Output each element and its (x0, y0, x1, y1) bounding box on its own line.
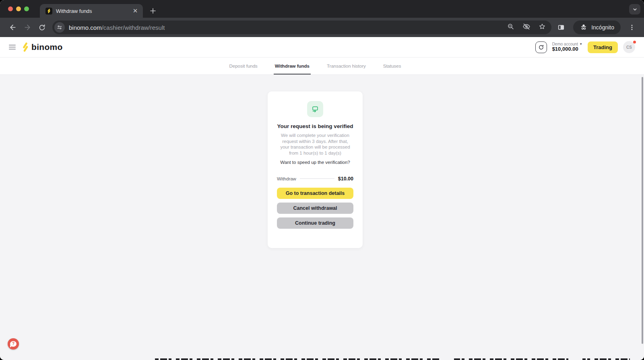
withdrawal-result-card: Your request is being verified We will c… (268, 91, 363, 248)
refresh-balance-button[interactable] (535, 41, 547, 53)
help-bubble-icon: ? (10, 341, 17, 347)
avatar[interactable]: CS (623, 41, 635, 53)
tab-strip: Withdraw funds ✕ (0, 0, 644, 18)
url-domain: binomo.com (69, 24, 102, 31)
trading-button[interactable]: Trading (588, 41, 618, 53)
speed-up-verification-link[interactable]: Want to speed up the verification? (280, 160, 350, 165)
side-panel-icon[interactable] (555, 22, 567, 33)
withdraw-summary-row: Withdraw $10.00 (277, 176, 353, 182)
address-bar[interactable]: binomo.com/cashier/withdraw/result (52, 21, 551, 34)
incognito-icon (580, 23, 588, 32)
tab-list-chevron-button[interactable] (629, 4, 640, 14)
page-content: Your request is being verified We will c… (0, 75, 644, 360)
chevron-down-icon: ▼ (579, 42, 582, 46)
binomo-logo[interactable]: binomo (21, 42, 63, 52)
bookmark-star-icon[interactable] (539, 23, 546, 32)
site-header: binomo Demo account▼ $10,000.00 Trading … (0, 37, 644, 57)
incognito-badge[interactable]: Incógnito (573, 21, 621, 34)
card-title: Your request is being verified (277, 123, 353, 129)
browser-window: Withdraw funds ✕ binomo.com/cashier/with… (0, 0, 644, 360)
browser-toolbar: binomo.com/cashier/withdraw/result Incóg… (0, 18, 644, 37)
new-tab-button[interactable] (148, 6, 158, 16)
help-button[interactable]: ? (8, 338, 19, 350)
menu-hamburger-icon[interactable] (9, 45, 16, 50)
scrollbar-thumb[interactable] (642, 77, 643, 344)
tab-statuses[interactable]: Statuses (382, 57, 402, 74)
card-description: We will complete your verification reque… (278, 132, 353, 156)
summary-divider (300, 178, 334, 179)
browser-tab[interactable]: Withdraw funds ✕ (40, 4, 143, 18)
avatar-initials: CS (626, 45, 632, 50)
tab-transaction-history[interactable]: Transaction history (326, 57, 367, 74)
summary-label: Withdraw (277, 176, 296, 181)
zoom-icon[interactable] (507, 23, 514, 32)
forward-icon[interactable] (22, 22, 33, 33)
browser-menu-icon[interactable] (626, 22, 638, 33)
close-tab-icon[interactable]: ✕ (132, 7, 139, 14)
url-text: binomo.com/cashier/withdraw/result (69, 24, 507, 31)
back-icon[interactable] (7, 22, 19, 33)
url-path: /cashier/withdraw/result (102, 24, 165, 31)
brand-name: binomo (31, 42, 63, 52)
cancel-withdrawal-button[interactable]: Cancel withdrawal (277, 203, 353, 214)
clipped-offscreen-text (155, 358, 630, 360)
window-controls (8, 6, 29, 11)
binomo-bolt-icon (21, 42, 30, 52)
notification-dot (633, 41, 636, 43)
continue-trading-button[interactable]: Continue trading (277, 217, 353, 229)
close-window-button[interactable] (8, 6, 13, 11)
card-withdraw-icon (307, 101, 323, 117)
cashier-nav: Deposit funds Withdraw funds Transaction… (0, 57, 644, 75)
eye-off-icon[interactable] (522, 23, 530, 32)
account-balance: $10,000.00 (552, 46, 582, 52)
fullscreen-window-button[interactable] (24, 6, 29, 11)
tab-title: Withdraw funds (56, 8, 132, 14)
tab-deposit-funds[interactable]: Deposit funds (228, 57, 259, 74)
site-settings-icon[interactable] (54, 22, 65, 33)
minimize-window-button[interactable] (16, 6, 21, 11)
binomo-favicon-icon (45, 8, 52, 14)
account-selector[interactable]: Demo account▼ $10,000.00 (552, 42, 582, 52)
incognito-label: Incógnito (591, 24, 614, 31)
go-to-transaction-details-button[interactable]: Go to transaction details (277, 188, 353, 199)
tab-withdraw-funds[interactable]: Withdraw funds (274, 57, 311, 74)
reload-icon[interactable] (36, 22, 47, 33)
summary-amount: $10.00 (338, 176, 353, 182)
